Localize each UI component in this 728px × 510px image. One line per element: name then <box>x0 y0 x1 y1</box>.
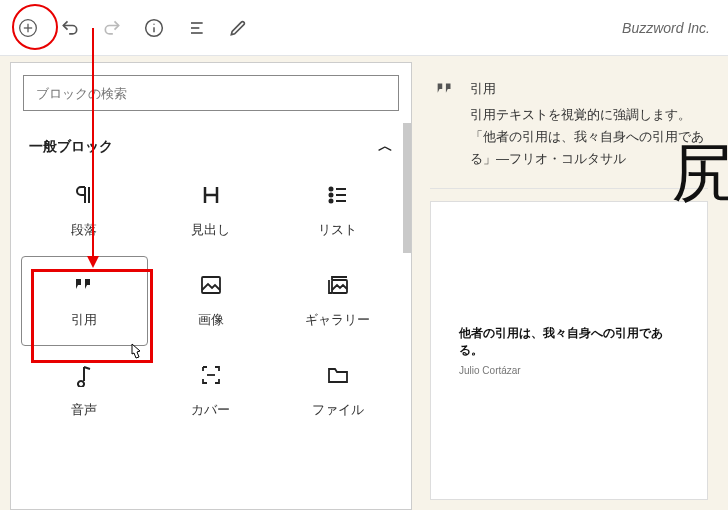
gallery-icon <box>326 273 350 297</box>
block-label: 引用 <box>71 311 97 329</box>
block-label: 段落 <box>71 221 97 239</box>
block-label: 見出し <box>191 221 230 239</box>
redo-button[interactable] <box>94 10 130 46</box>
section-header[interactable]: 一般ブロック ︿ <box>11 123 411 166</box>
block-paragraph[interactable]: 段落 <box>21 166 148 256</box>
block-quote[interactable]: 引用 <box>21 256 148 346</box>
info-button[interactable] <box>136 10 172 46</box>
svg-point-16 <box>329 200 332 203</box>
undo-icon <box>60 18 80 38</box>
pencil-icon <box>228 18 248 38</box>
block-label: ファイル <box>312 401 364 419</box>
paragraph-icon <box>72 183 96 207</box>
chevron-up-icon: ︿ <box>378 137 393 156</box>
info-icon <box>144 18 164 38</box>
block-inserter-panel: 一般ブロック ︿ 段落 見出し <box>10 62 412 510</box>
cover-icon <box>199 363 223 387</box>
section-title: 一般ブロック <box>29 138 113 156</box>
image-icon <box>199 273 223 297</box>
plus-circle-icon <box>18 18 38 38</box>
block-image[interactable]: 画像 <box>148 256 275 346</box>
audio-icon <box>72 363 96 387</box>
edit-button[interactable] <box>220 10 256 46</box>
quote-sample-cite: Julio Cortázar <box>459 365 679 376</box>
svg-point-5 <box>153 23 154 24</box>
scrollbar[interactable] <box>403 123 411 253</box>
heading-icon <box>199 183 223 207</box>
block-grid: 段落 見出し リスト <box>11 166 411 452</box>
bullet-list-icon <box>326 183 350 207</box>
quote-sample-text: 他者の引用は、我々自身への引用である。 <box>459 325 679 359</box>
redo-icon <box>102 18 122 38</box>
block-gallery[interactable]: ギャラリー <box>274 256 401 346</box>
list-icon <box>186 18 206 38</box>
block-label: 音声 <box>71 401 97 419</box>
preview-description: 引用テキストを視覚的に強調します。「他者の引用は、我々自身への引用である」—フリ… <box>470 104 704 170</box>
block-label: ギャラリー <box>305 311 370 329</box>
block-heading[interactable]: 見出し <box>148 166 275 256</box>
block-list[interactable]: リスト <box>274 166 401 256</box>
block-label: リスト <box>318 221 357 239</box>
background-glyph: 尻 <box>672 130 728 217</box>
add-block-button[interactable] <box>10 10 46 46</box>
quote-icon <box>72 273 96 297</box>
svg-rect-20 <box>202 277 220 293</box>
brand-label: Buzzword Inc. <box>622 20 718 36</box>
outline-button[interactable] <box>178 10 214 46</box>
block-file[interactable]: ファイル <box>274 346 401 436</box>
quote-icon <box>434 78 456 170</box>
folder-icon <box>326 363 350 387</box>
undo-button[interactable] <box>52 10 88 46</box>
block-audio[interactable]: 音声 <box>21 346 148 436</box>
preview-box: 他者の引用は、我々自身への引用である。 Julio Cortázar <box>430 201 708 500</box>
divider <box>430 188 708 189</box>
block-cover[interactable]: カバー <box>148 346 275 436</box>
svg-point-15 <box>329 194 332 197</box>
svg-point-14 <box>329 188 332 191</box>
block-label: カバー <box>191 401 230 419</box>
preview-title: 引用 <box>470 78 704 100</box>
search-input[interactable] <box>23 75 399 111</box>
block-label: 画像 <box>198 311 224 329</box>
